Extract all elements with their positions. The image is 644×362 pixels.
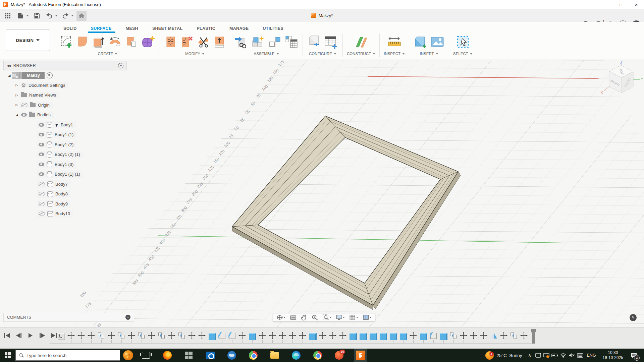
timeline-feature-box[interactable] xyxy=(379,331,387,340)
browser-row-label[interactable]: Body1 (1) xyxy=(55,132,73,137)
viewports-tool[interactable] xyxy=(363,314,372,320)
expand-closed-icon[interactable]: ▷ xyxy=(14,94,19,97)
timeline-feature-box[interactable] xyxy=(419,331,427,340)
home-view-icon[interactable] xyxy=(76,11,87,21)
maximize-button[interactable]: □ xyxy=(613,0,629,9)
canvas-image-icon[interactable] xyxy=(430,35,445,49)
close-button[interactable]: × xyxy=(629,0,644,9)
fit-tool[interactable] xyxy=(323,314,332,320)
browser-row-label[interactable]: Named Views xyxy=(29,93,56,98)
tab-mesh[interactable]: MESH xyxy=(119,25,145,32)
timeline-feature-base[interactable] xyxy=(57,331,65,340)
tray-chevron-icon[interactable]: ∧ xyxy=(526,349,534,362)
configure-icon[interactable] xyxy=(307,35,321,49)
taskbar-app-thunderbird-icon[interactable] xyxy=(225,349,238,362)
timeline-feature-copy[interactable] xyxy=(158,331,166,340)
timeline-feature-move[interactable] xyxy=(460,331,468,340)
timeline-feature-move[interactable] xyxy=(268,331,276,340)
timeline-feature-box[interactable] xyxy=(439,331,447,340)
browser-row-label[interactable]: Body8 xyxy=(55,191,68,196)
timeline-feature-move[interactable] xyxy=(127,331,136,340)
browser-row-makzy[interactable]: ◢Makzy xyxy=(3,70,127,80)
browser-row-body1-3-[interactable]: Body1 (3) xyxy=(3,160,127,170)
patch-icon[interactable] xyxy=(76,36,89,48)
expand-open-icon[interactable]: ◢ xyxy=(7,74,12,77)
extrude-icon[interactable] xyxy=(92,35,105,49)
collapse-panel-icon[interactable]: ◀◀ xyxy=(7,64,10,67)
weather-widget[interactable]: 4 25°C Sunny xyxy=(482,351,526,360)
visibility-eye-on-icon[interactable] xyxy=(21,113,27,117)
look-at-tool[interactable] xyxy=(290,314,297,320)
select-icon[interactable] xyxy=(455,35,470,49)
measure-icon[interactable] xyxy=(387,35,402,49)
expand-closed-icon[interactable]: ▷ xyxy=(14,83,19,87)
timeline-feature-copy[interactable] xyxy=(510,331,518,340)
select-group-label[interactable]: SELECT xyxy=(453,52,473,56)
timeline-feature-move[interactable] xyxy=(339,331,347,340)
save-icon[interactable] xyxy=(32,11,42,21)
browser-row-body1[interactable]: ➤Body1 xyxy=(3,120,127,130)
browser-row-label[interactable]: Bodies xyxy=(37,112,51,117)
timeline-feature-box[interactable] xyxy=(349,331,357,340)
inspect-group-label[interactable]: INSPECT xyxy=(384,52,405,56)
visibility-eye-off-icon[interactable] xyxy=(39,212,45,216)
timeline-feature-move[interactable] xyxy=(188,331,196,340)
timeline-feature-move[interactable] xyxy=(238,331,246,340)
browser-row-label[interactable]: Body1 (3) xyxy=(55,162,73,167)
trim-icon[interactable] xyxy=(197,35,210,49)
file-menu-caret[interactable] xyxy=(26,15,29,16)
timeline-feature-move[interactable] xyxy=(299,331,307,340)
taskbar-search-input[interactable]: Type here to search xyxy=(15,350,120,361)
undo-icon[interactable] xyxy=(44,11,54,21)
taskbar-app-firefox-icon[interactable] xyxy=(161,349,174,362)
redo-icon[interactable] xyxy=(60,11,70,21)
zoom-tool[interactable] xyxy=(312,314,318,320)
insert-mesh-icon[interactable] xyxy=(413,35,427,49)
browser-row-label[interactable]: Body7 xyxy=(55,182,68,187)
timeline-feature-move[interactable] xyxy=(87,331,95,340)
timeline-feature-split[interactable] xyxy=(218,331,226,340)
edit-feedback-button[interactable]: ✎ xyxy=(630,314,637,321)
taskbar-app-outlook-icon[interactable] xyxy=(204,349,217,362)
timeline-feature-move[interactable] xyxy=(329,331,337,340)
timeline-feature-box[interactable] xyxy=(208,331,216,340)
taskbar-app-app-16-icon[interactable]: 16 xyxy=(332,349,346,362)
wifi-icon[interactable] xyxy=(559,349,568,362)
redo-caret[interactable] xyxy=(71,15,74,16)
activate-component-radio[interactable] xyxy=(47,72,53,78)
timeline-feature-move[interactable] xyxy=(470,331,478,340)
thicken-icon[interactable] xyxy=(125,35,138,49)
timeline-feature-copy[interactable] xyxy=(97,331,105,340)
undo-caret[interactable] xyxy=(55,15,58,16)
configuration-table-icon[interactable] xyxy=(324,35,338,49)
timeline-track[interactable] xyxy=(50,343,535,344)
taskbar-app-file-explorer-icon[interactable] xyxy=(268,349,281,362)
browser-row-body8[interactable]: Body8 xyxy=(3,189,127,199)
timeline-feature-copy[interactable] xyxy=(117,331,125,340)
tab-plastic[interactable]: PLASTIC xyxy=(190,25,222,32)
taskbar-app-edge-icon[interactable] xyxy=(289,349,303,362)
timeline-feature-move[interactable] xyxy=(409,331,417,340)
start-button[interactable] xyxy=(0,349,15,362)
taskbar-app-taskview-icon[interactable] xyxy=(139,349,153,362)
timeline-feature-box[interactable] xyxy=(399,331,407,340)
visibility-eye-off-icon[interactable] xyxy=(21,103,28,107)
timeline-skip-end-button[interactable] xyxy=(50,332,58,339)
browser-row-label[interactable]: Makzy xyxy=(22,72,45,79)
grid-display-tool[interactable] xyxy=(349,314,358,320)
construct-group-label[interactable]: CONSTRUCT xyxy=(347,52,375,56)
browser-row-body1-1-[interactable]: Body1 (1) xyxy=(3,130,127,140)
browser-row-label[interactable]: Body1 (2) xyxy=(55,142,73,147)
workspace-selector[interactable]: DESIGN xyxy=(6,29,50,51)
visibility-eye-on-icon[interactable] xyxy=(39,172,44,176)
timeline-feature-split[interactable] xyxy=(429,331,437,340)
form-icon[interactable] xyxy=(141,35,156,49)
browser-row-bodies[interactable]: ◢Bodies xyxy=(3,110,127,120)
browser-row-label[interactable]: Origin xyxy=(38,103,50,108)
language-indicator[interactable]: ENG xyxy=(584,353,599,358)
timeline-feature-move[interactable] xyxy=(198,331,206,340)
timeline-feature-move[interactable] xyxy=(288,331,297,340)
taskbar-app-chrome-2-icon[interactable] xyxy=(311,349,324,362)
comments-bar[interactable]: COMMENTS + xyxy=(3,313,134,322)
expand-open-icon[interactable]: ◢ xyxy=(14,113,19,117)
